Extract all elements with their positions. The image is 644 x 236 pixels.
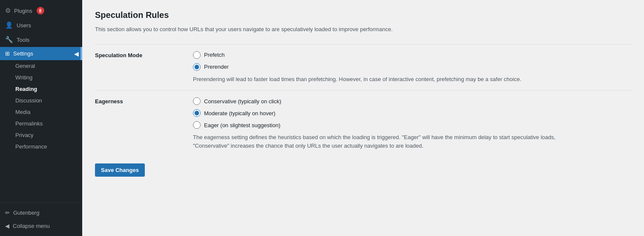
gutenberg-icon xyxy=(5,210,10,216)
sidebar-item-users[interactable]: Users xyxy=(0,18,82,32)
eager-option[interactable]: Eager (on slightest suggestion) xyxy=(193,121,631,129)
settings-table: Speculation Mode Prefetch Prerender Prer… xyxy=(95,44,631,157)
sidebar-item-performance[interactable]: Performance xyxy=(0,141,82,152)
sidebar-item-permalinks[interactable]: Permalinks xyxy=(0,118,82,129)
conservative-label: Conservative (typically on click) xyxy=(204,98,281,105)
prefetch-label: Prefetch xyxy=(204,52,224,58)
conservative-option[interactable]: Conservative (typically on click) xyxy=(193,97,631,105)
sidebar-item-users-label: Users xyxy=(17,22,31,29)
speculation-mode-label: Speculation Mode xyxy=(95,51,193,58)
sidebar-item-privacy[interactable]: Privacy xyxy=(0,129,82,141)
eagerness-help: The eagerness setting defines the heuris… xyxy=(193,133,576,150)
speculation-mode-help: Prerendering will lead to faster load ti… xyxy=(193,75,576,84)
speculation-mode-row: Speculation Mode Prefetch Prerender Prer… xyxy=(95,44,631,90)
sidebar-item-media[interactable]: Media xyxy=(0,106,82,118)
moderate-radio[interactable] xyxy=(193,109,201,117)
settings-icon xyxy=(5,50,10,57)
moderate-label: Moderate (typically on hover) xyxy=(204,110,276,117)
sidebar-item-tools[interactable]: Tools xyxy=(0,32,82,47)
sidebar-item-settings[interactable]: Settings ◀ xyxy=(0,47,82,60)
plugins-badge: 8 xyxy=(37,7,44,15)
prerender-radio[interactable] xyxy=(193,63,201,71)
chevron-left-icon: ◀ xyxy=(74,50,79,57)
users-icon xyxy=(5,21,13,29)
tools-icon xyxy=(5,36,13,44)
collapse-icon xyxy=(5,223,9,229)
eagerness-row: Eagerness Conservative (typically on cli… xyxy=(95,90,631,157)
settings-submenu: General Writing Reading Discussion Media… xyxy=(0,60,82,152)
prerender-option[interactable]: Prerender xyxy=(193,63,631,71)
sidebar-item-plugins-label: Plugins xyxy=(14,8,32,14)
page-description: This section allows you to control how U… xyxy=(95,25,631,34)
sidebar-item-collapse-label: Collapse menu xyxy=(13,223,50,229)
speculation-mode-control: Prefetch Prerender Prerendering will lea… xyxy=(193,51,631,84)
sidebar-item-general[interactable]: General xyxy=(0,60,82,72)
sidebar-item-gutenberg[interactable]: Gutenberg xyxy=(0,206,82,219)
sidebar: Plugins 8 Users Tools Settings ◀ General… xyxy=(0,0,82,236)
eagerness-control: Conservative (typically on click) Modera… xyxy=(193,97,631,150)
page-title: Speculation Rules xyxy=(95,10,631,20)
eager-radio[interactable] xyxy=(193,121,201,129)
sidebar-item-collapse[interactable]: Collapse menu xyxy=(0,219,82,233)
sidebar-top-menu: Plugins 8 Users Tools Settings ◀ General… xyxy=(0,0,82,152)
eagerness-label: Eagerness xyxy=(95,97,193,105)
sidebar-item-discussion[interactable]: Discussion xyxy=(0,95,82,106)
conservative-radio[interactable] xyxy=(193,97,201,105)
plugins-icon xyxy=(5,7,11,15)
sidebar-item-gutenberg-label: Gutenberg xyxy=(13,210,39,216)
prefetch-option[interactable]: Prefetch xyxy=(193,51,631,59)
sidebar-bottom: Gutenberg Collapse menu xyxy=(0,202,82,236)
sidebar-item-reading[interactable]: Reading xyxy=(0,83,82,95)
main-content: Speculation Rules This section allows yo… xyxy=(82,0,644,236)
moderate-option[interactable]: Moderate (typically on hover) xyxy=(193,109,631,117)
save-changes-button[interactable]: Save Changes xyxy=(95,163,145,177)
sidebar-item-tools-label: Tools xyxy=(17,37,29,43)
sidebar-item-plugins[interactable]: Plugins 8 xyxy=(0,3,82,18)
sidebar-item-settings-label: Settings xyxy=(13,50,33,57)
prerender-label: Prerender xyxy=(204,64,229,70)
prefetch-radio[interactable] xyxy=(193,51,201,59)
sidebar-item-writing[interactable]: Writing xyxy=(0,72,82,83)
eager-label: Eager (on slightest suggestion) xyxy=(204,122,280,128)
